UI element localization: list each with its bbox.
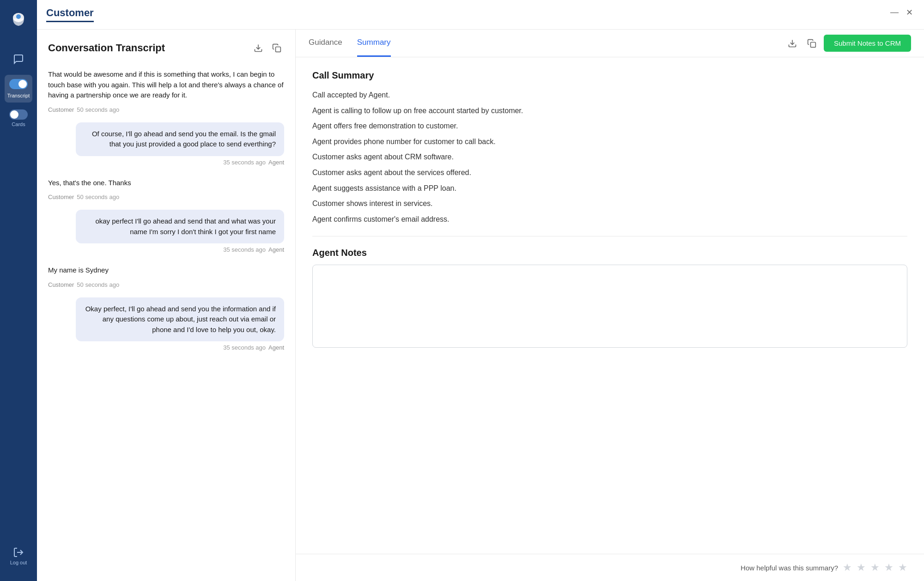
- customer-bubble: Yes, that's the one. Thanks: [48, 175, 284, 191]
- transcript-panel: Conversation Transcript: [37, 30, 296, 581]
- star-5[interactable]: ★: [898, 562, 907, 574]
- summary-content-area: Call Summary Call accepted by Agent. Age…: [296, 57, 924, 554]
- right-panel-tabs: Guidance Summary: [296, 30, 924, 57]
- transcript-toggle[interactable]: [9, 79, 28, 89]
- message-meta: 35 seconds ago Agent: [48, 159, 284, 166]
- list-item: My name is Sydney Customer 50 seconds ag…: [48, 262, 284, 288]
- message-sender: Customer: [48, 106, 74, 113]
- summary-item: Agent is calling to follow up on free ac…: [312, 105, 907, 117]
- customer-bubble: My name is Sydney: [48, 262, 284, 278]
- message-meta: 35 seconds ago Agent: [48, 344, 284, 351]
- summary-item: Call accepted by Agent.: [312, 89, 907, 101]
- message-time: 50 seconds ago: [77, 194, 119, 200]
- transcript-header-actions: [251, 41, 284, 55]
- summary-item: Agent provides phone number for customer…: [312, 136, 907, 148]
- sidebar-item-cards[interactable]: Cards: [5, 104, 32, 132]
- list-item: That would be awesome and if this is som…: [48, 67, 284, 113]
- agent-bubble: okay perfect I'll go ahead and send that…: [76, 210, 284, 243]
- minimize-button[interactable]: —: [890, 7, 899, 18]
- message-sender: Agent: [268, 159, 284, 166]
- window-controls: — ✕: [890, 7, 913, 18]
- summary-item: Agent confirms customer's email address.: [312, 213, 907, 225]
- page-title: Customer: [46, 7, 94, 22]
- close-button[interactable]: ✕: [906, 7, 913, 18]
- submit-notes-button[interactable]: Submit Notes to CRM: [824, 35, 911, 52]
- list-item: Okay perfect, I'll go ahead and send you…: [48, 297, 284, 351]
- list-item: Of course, I'll go ahead and send you th…: [48, 122, 284, 166]
- sidebar-item-cards-label: Cards: [12, 121, 25, 127]
- summary-download-button[interactable]: [785, 36, 800, 51]
- message-sender: Agent: [268, 246, 284, 253]
- message-meta: 35 seconds ago Agent: [48, 246, 284, 253]
- app-logo: [6, 8, 30, 34]
- agent-notes-title: Agent Notes: [312, 248, 907, 258]
- summary-item: Agent suggests assistance with a PPP loa…: [312, 182, 907, 194]
- svg-rect-5: [276, 47, 281, 52]
- star-1[interactable]: ★: [843, 562, 852, 574]
- right-panel-header-actions: Submit Notes to CRM: [785, 35, 911, 52]
- customer-bubble: That would be awesome and if this is som…: [48, 67, 284, 103]
- message-time: 50 seconds ago: [77, 106, 119, 113]
- sidebar-bottom: Log out: [5, 542, 32, 572]
- summary-item: Agent offers free demonstration to custo…: [312, 120, 907, 132]
- message-meta: Customer 50 seconds ago: [48, 194, 284, 200]
- sidebar-item-transcript[interactable]: Transcript: [5, 75, 32, 103]
- message-time: 35 seconds ago: [223, 159, 266, 166]
- summary-divider: [312, 236, 907, 236]
- message-sender: Agent: [268, 344, 284, 351]
- message-time: 35 seconds ago: [223, 246, 266, 253]
- svg-rect-7: [810, 42, 815, 47]
- rating-row: How helpful was this summary? ★ ★ ★ ★ ★: [296, 554, 924, 581]
- transcript-title: Conversation Transcript: [48, 42, 165, 54]
- list-item: okay perfect I'll go ahead and send that…: [48, 210, 284, 253]
- agent-notes-textarea[interactable]: [312, 265, 907, 348]
- agent-bubble: Of course, I'll go ahead and send you th…: [76, 122, 284, 156]
- right-panel: Guidance Summary: [296, 30, 924, 581]
- message-sender: Customer: [48, 281, 74, 288]
- message-sender: Customer: [48, 194, 74, 200]
- call-summary-title: Call Summary: [312, 70, 907, 81]
- message-time: 50 seconds ago: [77, 281, 119, 288]
- tab-guidance[interactable]: Guidance: [309, 30, 342, 57]
- message-text: My name is Sydney: [48, 266, 109, 274]
- transcript-download-button[interactable]: [251, 41, 266, 55]
- star-3[interactable]: ★: [870, 562, 880, 574]
- tab-summary[interactable]: Summary: [357, 30, 391, 57]
- message-text: okay perfect I'll go ahead and send that…: [95, 217, 276, 236]
- sidebar: Transcript Cards Log out: [0, 0, 37, 581]
- star-4[interactable]: ★: [884, 562, 894, 574]
- svg-point-2: [16, 14, 21, 19]
- message-text: Yes, that's the one. Thanks: [48, 179, 131, 187]
- star-2[interactable]: ★: [857, 562, 866, 574]
- message-text: Okay perfect, I'll go ahead and send you…: [85, 305, 276, 333]
- sidebar-item-logout-label: Log out: [10, 560, 27, 565]
- summary-item: Customer shows interest in services.: [312, 198, 907, 210]
- message-text: That would be awesome and if this is som…: [48, 70, 284, 99]
- list-item: Yes, that's the one. Thanks Customer 50 …: [48, 175, 284, 201]
- agent-bubble: Okay perfect, I'll go ahead and send you…: [76, 297, 284, 342]
- summary-item: Customer asks agent about the services o…: [312, 167, 907, 179]
- rating-label: How helpful was this summary?: [741, 564, 838, 572]
- sidebar-item-transcript-label: Transcript: [7, 93, 30, 98]
- main-content: Customer — ✕ Conversation Transcript: [37, 0, 924, 581]
- sidebar-item-chat[interactable]: [5, 45, 32, 73]
- top-nav: Customer — ✕: [37, 0, 924, 30]
- sidebar-item-logout[interactable]: Log out: [5, 542, 32, 570]
- transcript-header: Conversation Transcript: [37, 30, 295, 63]
- message-meta: Customer 50 seconds ago: [48, 106, 284, 113]
- transcript-messages: That would be awesome and if this is som…: [37, 63, 295, 581]
- summary-item: Customer asks agent about CRM software.: [312, 151, 907, 163]
- message-text: Of course, I'll go ahead and send you th…: [92, 130, 276, 148]
- message-time: 35 seconds ago: [223, 344, 266, 351]
- summary-copy-button[interactable]: [804, 36, 819, 51]
- message-meta: Customer 50 seconds ago: [48, 281, 284, 288]
- transcript-copy-button[interactable]: [269, 41, 284, 55]
- content-split: Conversation Transcript: [37, 30, 924, 581]
